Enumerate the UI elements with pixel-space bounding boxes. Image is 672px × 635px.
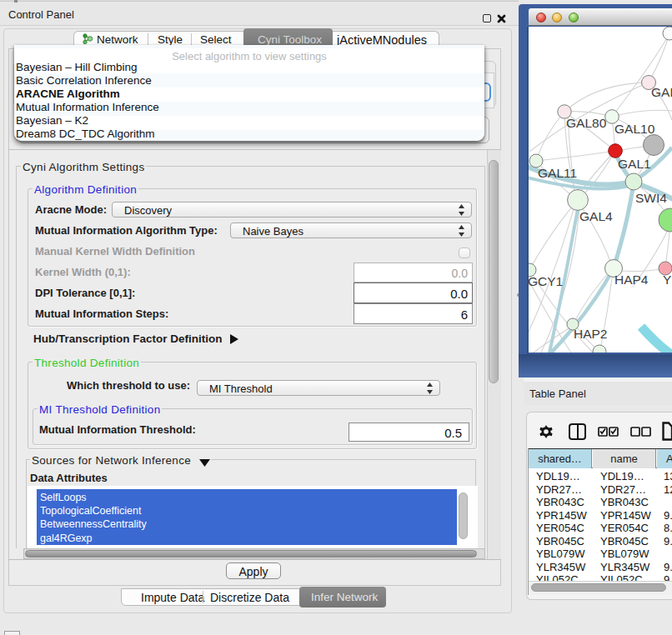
svg-text:GAL7: GAL7	[651, 85, 672, 99]
svg-text:HAP2: HAP2	[574, 327, 608, 341]
svg-text:GAL80: GAL80	[566, 116, 607, 130]
svg-text:GAL11: GAL11	[538, 166, 577, 180]
svg-text:GAL10: GAL10	[614, 122, 655, 136]
svg-text:GAL4: GAL4	[579, 209, 613, 223]
svg-text:GCY1: GCY1	[529, 274, 563, 288]
svg-text:GAL1: GAL1	[618, 157, 651, 171]
svg-text:Y: Y	[663, 272, 671, 287]
svg-text:SWI4: SWI4	[635, 191, 667, 205]
svg-text:HAP4: HAP4	[614, 272, 649, 287]
